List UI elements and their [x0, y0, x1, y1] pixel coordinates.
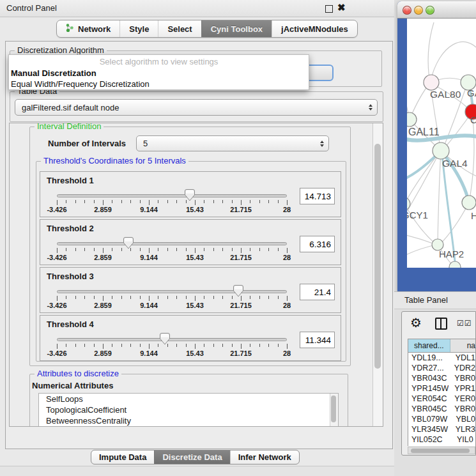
tab-cyni-toolbox[interactable]: Cyni Toolbox [201, 20, 272, 37]
control-panel-tabbar: NetworkStyleSelectCyni ToolboxjActiveMNo… [56, 20, 358, 38]
dropdown-item-equal-width-frequency-discretization[interactable]: Equal Width/Frequency Discretization [9, 79, 309, 89]
network-node-gal11[interactable] [407, 112, 417, 127]
dropdown-prompt-item[interactable]: Select algorithm to view settings [9, 55, 309, 68]
minimize-light-icon[interactable] [414, 6, 423, 15]
threshold-label: Threshold 1 [47, 176, 94, 185]
network-node-gcy1[interactable] [407, 197, 410, 210]
cell-shared-name: YLR345W [408, 424, 450, 434]
tab-style[interactable]: Style [119, 20, 158, 37]
tab-label: Cyni Toolbox [211, 24, 263, 34]
slider-thumb[interactable] [123, 237, 134, 249]
settings-gear-icon[interactable]: ⚙ [410, 314, 422, 331]
slider-thumb[interactable] [185, 189, 195, 201]
slider-track[interactable] [57, 290, 287, 293]
column-header-name[interactable]: na [450, 339, 475, 352]
attribute-item-topologicalcoefficient[interactable]: TopologicalCoefficient [39, 404, 338, 415]
slider-track[interactable] [57, 194, 287, 197]
table-row[interactable]: YBL079WYBL0 [408, 414, 475, 424]
slider-tick [66, 296, 66, 299]
slider-tick [84, 296, 85, 299]
node-label-h: H [471, 210, 476, 221]
table-row[interactable]: YLR345WYLR3 [408, 424, 475, 434]
attribute-item-selfloops[interactable]: SelfLoops [39, 394, 338, 404]
table-row[interactable]: YDR27...YDR2 [408, 363, 475, 373]
slider-tick [130, 296, 131, 299]
slider-tick [213, 344, 214, 347]
table-row[interactable]: YPR145WYPR1 [408, 383, 475, 394]
close-light-icon[interactable] [403, 6, 411, 15]
table-hscrollbar[interactable] [408, 447, 475, 454]
table-row[interactable]: YBR043CYBR0 [408, 373, 475, 383]
slider-tick-label: 9.144 [140, 302, 158, 309]
tab-infer-network[interactable]: Infer Network [230, 450, 299, 464]
slider-tick [57, 344, 58, 349]
slider-tick [213, 248, 214, 251]
screen: Control Panel ✖ NetworkStyleSelectCyni T… [0, 0, 476, 476]
slider-tick [278, 296, 279, 299]
table-data-group: Table Data galFiltered.sif default node [10, 91, 383, 122]
slider-tick [204, 248, 204, 251]
tab-impute-data[interactable]: Impute Data [91, 450, 154, 464]
dropdown-item-manual-discretization[interactable]: Manual Discretization [9, 68, 309, 79]
slider-tick [140, 200, 141, 203]
cell-shared-name: YBL079W [408, 414, 450, 424]
table-row[interactable]: YER054CYER0 [408, 394, 475, 404]
network-view-window: GAL80GACGAL11GAL4HGCY1HAP2 [397, 1, 476, 291]
float-window-icon[interactable] [325, 5, 333, 13]
attribute-item-betweennesscentrality[interactable]: BetweennessCentrality [39, 415, 338, 426]
slider-tick-label: 15.43 [186, 254, 204, 261]
slider-tick [149, 248, 150, 253]
tab-discretize-data[interactable]: Discretize Data [154, 450, 229, 464]
zoom-light-icon[interactable] [426, 6, 434, 15]
checkbox-icons[interactable]: ☑☑ [457, 319, 472, 328]
network-window-titlebar[interactable] [397, 1, 476, 19]
table-panel-window: ⚙ ☑☑ shared... na YDL19...YDL1YDR27...YD… [401, 311, 476, 456]
interval-definition-group: Interval Definition Number of Intervals … [29, 127, 351, 366]
network-node-gal80[interactable] [424, 75, 439, 90]
tab-label: Network [78, 24, 111, 34]
panel-scrollbar[interactable] [372, 123, 383, 426]
table-panel-title: Table Panel [404, 295, 448, 305]
threshold-value-field[interactable] [300, 188, 335, 204]
table-hscrollbar-thumb[interactable] [411, 449, 470, 453]
slider-tick-label: 9.144 [140, 206, 158, 213]
slider-tick [278, 200, 279, 203]
network-node-h[interactable] [462, 196, 476, 210]
slider-tick [232, 200, 233, 203]
slider-tick [222, 344, 223, 347]
slider-tick [167, 296, 168, 299]
split-columns-icon[interactable] [435, 318, 447, 330]
table-row[interactable]: YDL19...YDL1 [408, 353, 475, 363]
close-icon[interactable]: ✖ [337, 2, 346, 13]
slider-tick [66, 344, 66, 347]
column-header-shared-name[interactable]: shared... [408, 339, 450, 352]
list-scrollbar[interactable] [330, 394, 338, 427]
numerical-attributes-list[interactable]: SelfLoopsTopologicalCoefficientBetweenne… [38, 393, 339, 427]
slider-tick [94, 344, 95, 347]
panel-scrollbar-thumb[interactable] [374, 144, 381, 369]
threshold-value-field[interactable] [300, 284, 335, 300]
slider-track[interactable] [57, 338, 287, 341]
tab-select[interactable]: Select [158, 20, 201, 37]
tab-label: Select [167, 24, 192, 34]
slider-tick [186, 344, 187, 347]
table-row[interactable]: YIL052CYIL0 [408, 434, 475, 445]
slider-thumb[interactable] [160, 333, 170, 345]
table-row[interactable]: YBR045CYBR0 [408, 404, 475, 414]
tab-network[interactable]: Network [57, 20, 119, 37]
threshold-value-field[interactable] [300, 236, 335, 252]
slider-track[interactable] [57, 242, 287, 245]
network-canvas[interactable]: GAL80GACGAL11GAL4HGCY1HAP2 [407, 19, 476, 268]
slider-thumb[interactable] [233, 285, 243, 297]
list-scrollbar-thumb[interactable] [331, 395, 336, 422]
slider-tick [250, 200, 250, 203]
threshold-value-field[interactable] [300, 332, 335, 348]
number-of-intervals-select[interactable]: 5 [136, 135, 329, 151]
network-node[interactable] [449, 261, 461, 268]
table-rows: YDL19...YDL1YDR27...YDR2YBR043CYBR0YPR14… [408, 353, 475, 446]
slider-tick [259, 248, 260, 251]
slider-tick [241, 248, 242, 253]
network-node-gal4[interactable] [433, 142, 449, 159]
table-data-select[interactable]: galFiltered.sif default node [15, 99, 378, 116]
tab-jactivemnodules[interactable]: jActiveMNodules [272, 20, 357, 37]
